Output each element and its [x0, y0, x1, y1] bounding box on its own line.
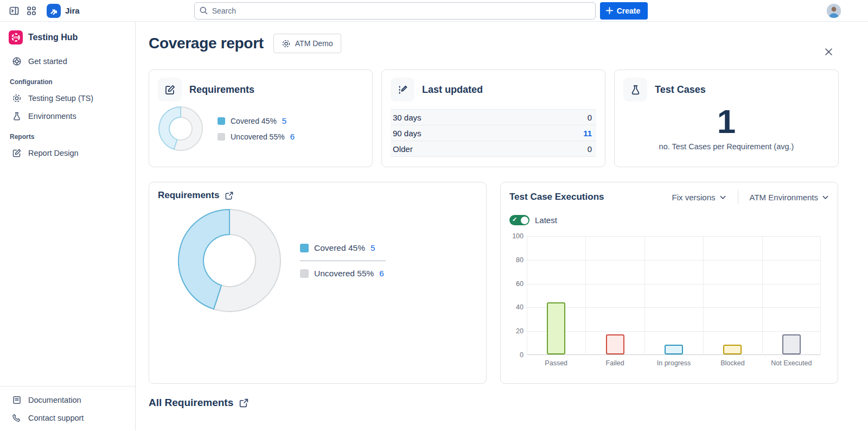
chevron-down-icon: [719, 194, 726, 201]
uncovered-count-link[interactable]: 6: [290, 132, 295, 141]
sidebar-toggle-icon[interactable]: [5, 2, 23, 20]
uncovered-swatch: [300, 269, 309, 278]
test-cases-caption: no. Test Cases per Requirement (avg.): [623, 142, 829, 151]
search-icon: [199, 6, 208, 17]
last-updated-table: 30 days 0 90 days 11 Older 0: [391, 109, 596, 157]
sidebar-item-label: Contact support: [28, 414, 84, 422]
app-name: Jira: [65, 6, 80, 15]
gridline-x: [703, 236, 704, 355]
summary-cards-row: Requirements Covered 45% 5 Uncovered 55%: [149, 69, 868, 167]
detail-cards-row: Requirements Covered 45% 5: [149, 182, 868, 384]
x-tick-label: Not Executed: [762, 359, 821, 367]
bar-in-progress[interactable]: [665, 345, 683, 354]
test-case-executions-card: Test Case Executions Fix versions ATM En…: [500, 182, 838, 384]
chevron-down-icon: [822, 194, 829, 201]
requirements-detail-card: Requirements Covered 45% 5: [149, 182, 487, 384]
sidebar-item-testing-setup[interactable]: Testing Setup (TS): [3, 90, 132, 107]
covered-count-link[interactable]: 5: [371, 243, 375, 252]
legend-row-covered: Covered 45% 5: [218, 116, 295, 125]
close-icon[interactable]: [822, 46, 834, 58]
table-row: 30 days 0: [391, 110, 596, 125]
legend-row-uncovered: Uncovered 55% 6: [300, 269, 386, 278]
x-tick-label: Passed: [527, 359, 585, 367]
sidebar-item-contact-support[interactable]: Contact support: [3, 409, 132, 427]
sidebar: ATM Testing Hub Get started Configuratio…: [0, 22, 136, 430]
row-value-link[interactable]: 11: [583, 129, 592, 138]
create-button[interactable]: Create: [600, 2, 648, 20]
gridline-x: [585, 236, 586, 355]
gridline-y-40: [527, 307, 821, 308]
atm-environments-dropdown[interactable]: ATM Environments: [750, 193, 829, 202]
document-icon: [12, 395, 22, 405]
test-cases-value: 1: [623, 104, 829, 139]
svg-text:ATM: ATM: [13, 36, 18, 39]
gridline-y-0: [527, 354, 821, 355]
sidebar-app-header: ATM Testing Hub: [0, 22, 135, 52]
edit-icon: [164, 84, 176, 96]
external-link-icon: [239, 398, 249, 408]
table-row: 90 days 11: [391, 125, 596, 141]
bar-blocked[interactable]: [723, 345, 742, 354]
uncovered-count-link[interactable]: 6: [379, 269, 384, 278]
all-requirements-label: All Requirements: [149, 397, 233, 409]
y-tick-label: 60: [516, 280, 524, 288]
sidebar-item-documentation[interactable]: Documentation: [3, 391, 132, 409]
last-updated-card-icon-tile: [391, 78, 414, 102]
bar-passed[interactable]: [547, 302, 565, 354]
requirements-donut-chart-small: [158, 106, 203, 151]
bar-failed[interactable]: [606, 334, 624, 354]
x-tick-label: Blocked: [703, 359, 762, 367]
gridline-y-100: [527, 236, 821, 237]
testing-hub-logo-icon: ATM: [9, 30, 23, 45]
x-axis-labels: PassedFailedIn progressBlockedNot Execut…: [527, 359, 821, 367]
gear-icon: [12, 93, 22, 103]
row-label: 30 days: [393, 113, 422, 122]
covered-count-link[interactable]: 5: [282, 116, 286, 125]
gridline-x: [762, 236, 763, 355]
project-selector-button[interactable]: ATM Demo: [273, 34, 341, 53]
test-cases-card: Test Cases 1 no. Test Cases per Requirem…: [614, 69, 839, 167]
sidebar-item-label: Documentation: [28, 396, 81, 404]
latest-toggle-label: Latest: [535, 216, 557, 225]
legend-label: Uncovered 55%: [314, 269, 374, 278]
external-link-icon[interactable]: [225, 191, 234, 200]
sidebar-item-get-started[interactable]: Get started: [3, 53, 132, 70]
row-label: Older: [393, 144, 413, 154]
gridline-x: [644, 236, 645, 355]
y-tick-label: 100: [512, 232, 524, 240]
test-cases-card-icon-tile: [623, 78, 647, 102]
gear-icon: [282, 39, 291, 48]
top-bar: Jira Create: [0, 0, 868, 22]
page-title: Coverage report: [149, 35, 264, 52]
card-title: Last updated: [422, 84, 483, 96]
row-value: 0: [588, 113, 592, 122]
requirements-card-icon-tile: [158, 78, 182, 102]
covered-swatch: [218, 117, 225, 125]
y-tick-label: 20: [516, 327, 524, 335]
page-header: Coverage report ATM Demo: [149, 34, 868, 53]
user-avatar[interactable]: [827, 4, 841, 18]
legend-label: Covered 45%: [231, 117, 277, 125]
app-switcher-icon[interactable]: [23, 2, 40, 20]
sidebar-item-environments[interactable]: Environments: [3, 107, 132, 125]
legend-row-covered: Covered 45% 5: [300, 243, 386, 253]
fix-versions-dropdown[interactable]: Fix versions: [672, 193, 726, 202]
card-title: Test Cases: [655, 84, 706, 96]
fix-versions-label: Fix versions: [672, 193, 716, 202]
atm-environments-label: ATM Environments: [750, 193, 818, 202]
all-requirements-link[interactable]: All Requirements: [149, 397, 868, 409]
row-label: 90 days: [393, 129, 422, 138]
latest-toggle[interactable]: ✓: [509, 215, 529, 225]
flask-icon: [630, 84, 641, 96]
sidebar-section-configuration: Configuration: [0, 71, 135, 89]
phone-icon: [12, 413, 22, 423]
gridline-y-60: [527, 284, 821, 284]
jira-logo-icon[interactable]: [47, 4, 61, 18]
edit-icon: [12, 148, 22, 158]
bar-not-executed[interactable]: [782, 334, 801, 354]
y-tick-label: 80: [516, 256, 524, 264]
search-input[interactable]: [194, 2, 596, 20]
sidebar-bottom: Documentation Contact support: [0, 386, 135, 427]
list-edit-icon: [397, 84, 409, 96]
sidebar-item-report-design[interactable]: Report Design: [3, 144, 132, 162]
